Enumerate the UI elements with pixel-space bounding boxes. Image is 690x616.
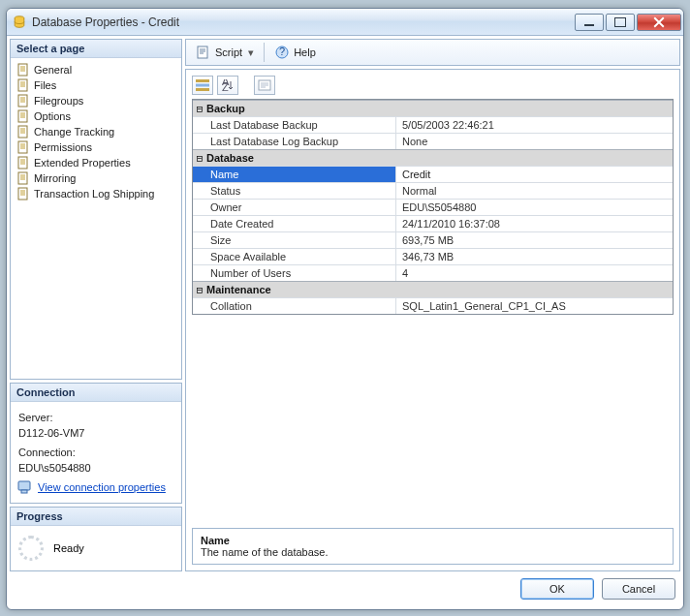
window-title: Database Properties - Credit: [32, 15, 575, 29]
prop-key: Number of Users: [193, 265, 396, 281]
category-label: Database: [206, 150, 254, 166]
page-icon: [16, 156, 30, 169]
prop-key: Last Database Log Backup: [193, 134, 396, 149]
grid-filler: [192, 319, 674, 524]
svg-rect-10: [18, 481, 30, 490]
svg-rect-17: [196, 88, 209, 91]
sidebar-item-label: Extended Properties: [34, 157, 131, 169]
help-button[interactable]: ? Help: [270, 43, 320, 62]
prop-key: Date Created: [193, 216, 396, 231]
sidebar-item-filegroups[interactable]: Filegroups: [13, 93, 179, 108]
svg-rect-3: [18, 95, 27, 107]
svg-text:?: ?: [279, 46, 285, 57]
page-icon: [16, 63, 30, 77]
page-icon: [16, 78, 30, 92]
description-text: The name of the database.: [201, 546, 665, 558]
sidebar-item-permissions[interactable]: Permissions: [13, 139, 179, 155]
page-icon: [16, 125, 30, 139]
view-connection-properties-row: View connection properties: [13, 476, 179, 499]
prop-last-database-backup[interactable]: Last Database Backup 5/05/2003 22:46:21: [193, 116, 673, 133]
category-backup[interactable]: ⊟ Backup: [193, 100, 673, 116]
toolbar: Script ▾ ? Help: [185, 39, 680, 66]
prop-status[interactable]: Status Normal: [193, 182, 673, 199]
prop-key: Last Database Backup: [193, 117, 396, 133]
prop-number-of-users[interactable]: Number of Users 4: [193, 264, 673, 281]
sidebar-item-transaction-log-shipping[interactable]: Transaction Log Shipping: [13, 186, 179, 201]
prop-owner[interactable]: Owner EDU\S5054880: [193, 199, 673, 215]
sidebar-item-extended-properties[interactable]: Extended Properties: [13, 155, 179, 170]
prop-key: Collation: [193, 298, 396, 314]
property-grid[interactable]: ⊟ Backup Last Database Backup 5/05/2003 …: [192, 99, 674, 315]
connection-header: Connection: [11, 384, 181, 402]
property-area: AZ ⊟ Backup Last Database Backup 5/05/20…: [185, 69, 680, 571]
categorized-view-button[interactable]: [192, 76, 213, 95]
sidebar-item-label: Filegroups: [34, 95, 83, 107]
cancel-button[interactable]: Cancel: [602, 578, 675, 600]
client-area: Select a page General Files Filegroups: [7, 36, 683, 574]
sidebar-item-files[interactable]: Files: [13, 77, 179, 93]
property-pages-icon: [258, 79, 271, 91]
sidebar-item-label: General: [34, 64, 72, 76]
toolbar-separator: [264, 43, 265, 62]
sidebar-item-general[interactable]: General: [13, 62, 179, 77]
prop-value: 4: [396, 265, 673, 281]
prop-space-available[interactable]: Space Available 346,73 MB: [193, 248, 673, 264]
connection-panel: Connection Server: D112-06-VM7 Connectio…: [10, 383, 182, 504]
prop-value: 24/11/2010 16:37:08: [396, 216, 673, 231]
prop-collation[interactable]: Collation SQL_Latin1_General_CP1_CI_AS: [193, 297, 673, 314]
collapse-toggle-icon[interactable]: ⊟: [193, 152, 206, 165]
sidebar-item-mirroring[interactable]: Mirroring: [13, 170, 179, 186]
connection-label: Connection:: [13, 445, 179, 460]
prop-value: Normal: [396, 183, 673, 199]
page-icon: [16, 171, 30, 185]
script-button[interactable]: Script ▾: [192, 43, 258, 62]
description-box: Name The name of the database.: [192, 528, 674, 565]
select-page-panel: Select a page General Files Filegroups: [10, 39, 182, 380]
property-pages-button[interactable]: [254, 76, 275, 95]
svg-text:Z: Z: [222, 81, 229, 91]
sort-az-icon: AZ: [221, 79, 235, 91]
progress-header: Progress: [11, 508, 181, 526]
minimize-button[interactable]: [575, 14, 604, 31]
cancel-button-label: Cancel: [622, 583, 655, 595]
prop-date-created[interactable]: Date Created 24/11/2010 16:37:08: [193, 215, 673, 231]
prop-key: Name: [193, 167, 396, 182]
collapse-toggle-icon[interactable]: ⊟: [193, 103, 206, 115]
svg-rect-9: [18, 188, 27, 200]
ok-button[interactable]: OK: [520, 578, 594, 600]
connection-body: Server: D112-06-VM7 Connection: EDU\s505…: [11, 402, 181, 503]
sidebar-item-label: Change Tracking: [34, 126, 114, 138]
progress-panel: Progress Ready: [10, 507, 182, 571]
svg-rect-8: [18, 172, 27, 184]
alphabetical-view-button[interactable]: AZ: [217, 76, 238, 95]
maximize-button[interactable]: [606, 14, 635, 31]
svg-rect-7: [18, 157, 27, 169]
category-database[interactable]: ⊟ Database: [193, 149, 673, 166]
svg-rect-11: [21, 490, 27, 493]
description-name: Name: [201, 535, 665, 546]
page-icon: [16, 94, 30, 108]
titlebar[interactable]: Database Properties - Credit: [7, 9, 683, 36]
sidebar-item-label: Transaction Log Shipping: [34, 188, 154, 200]
page-icon: [16, 140, 30, 154]
sidebar-item-change-tracking[interactable]: Change Tracking: [13, 124, 179, 139]
prop-value: 5/05/2003 22:46:21: [396, 117, 673, 133]
prop-last-database-log-backup[interactable]: Last Database Log Backup None: [193, 133, 673, 149]
dialog-footer: OK Cancel: [7, 574, 683, 609]
prop-value: None: [396, 134, 673, 149]
prop-value: EDU\S5054880: [396, 200, 673, 215]
sidebar-item-label: Permissions: [34, 141, 92, 153]
prop-key: Owner: [193, 200, 396, 215]
prop-size[interactable]: Size 693,75 MB: [193, 231, 673, 248]
collapse-toggle-icon[interactable]: ⊟: [193, 284, 206, 296]
sidebar-item-options[interactable]: Options: [13, 108, 179, 124]
prop-name[interactable]: Name Credit: [193, 166, 673, 182]
prop-value: Credit: [396, 167, 673, 182]
close-button[interactable]: [637, 14, 681, 31]
prop-key: Status: [193, 183, 396, 199]
view-connection-properties-link[interactable]: View connection properties: [38, 481, 166, 493]
category-label: Maintenance: [206, 282, 271, 297]
category-maintenance[interactable]: ⊟ Maintenance: [193, 281, 673, 297]
dialog-window: Database Properties - Credit Select a pa…: [6, 8, 684, 610]
page-icon: [16, 187, 30, 200]
